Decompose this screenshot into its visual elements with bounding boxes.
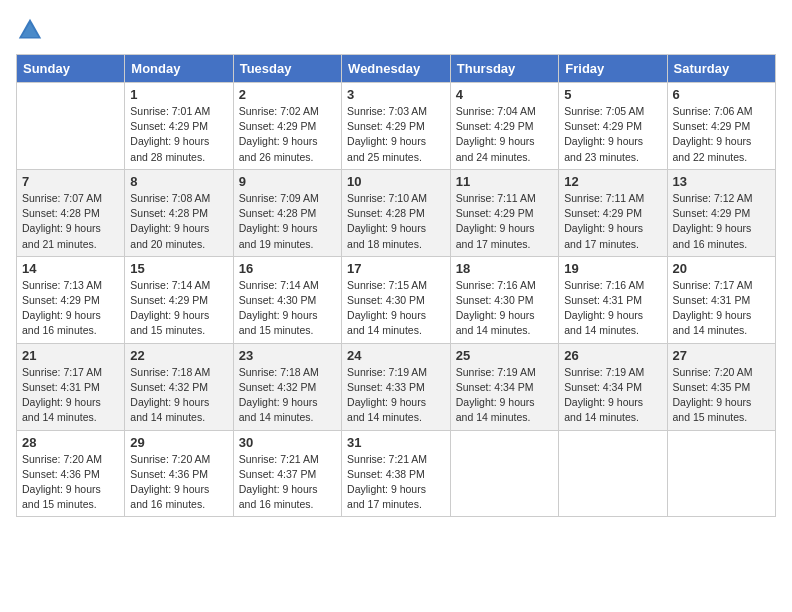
day-info: Sunrise: 7:11 AMSunset: 4:29 PMDaylight:… (456, 191, 553, 252)
calendar-day-cell (450, 430, 558, 517)
calendar-day-cell: 28Sunrise: 7:20 AMSunset: 4:36 PMDayligh… (17, 430, 125, 517)
day-info: Sunrise: 7:12 AMSunset: 4:29 PMDaylight:… (673, 191, 771, 252)
calendar-day-cell: 12Sunrise: 7:11 AMSunset: 4:29 PMDayligh… (559, 169, 667, 256)
calendar-day-cell: 15Sunrise: 7:14 AMSunset: 4:29 PMDayligh… (125, 256, 233, 343)
calendar-day-cell: 31Sunrise: 7:21 AMSunset: 4:38 PMDayligh… (342, 430, 451, 517)
day-number: 16 (239, 261, 336, 276)
day-number: 14 (22, 261, 119, 276)
day-number: 20 (673, 261, 771, 276)
calendar-weekday-header: Friday (559, 55, 667, 83)
calendar-table: SundayMondayTuesdayWednesdayThursdayFrid… (16, 54, 776, 517)
calendar-weekday-header: Thursday (450, 55, 558, 83)
calendar-week-row: 28Sunrise: 7:20 AMSunset: 4:36 PMDayligh… (17, 430, 776, 517)
day-number: 10 (347, 174, 445, 189)
calendar-day-cell: 1Sunrise: 7:01 AMSunset: 4:29 PMDaylight… (125, 83, 233, 170)
calendar-week-row: 1Sunrise: 7:01 AMSunset: 4:29 PMDaylight… (17, 83, 776, 170)
calendar-day-cell: 11Sunrise: 7:11 AMSunset: 4:29 PMDayligh… (450, 169, 558, 256)
calendar-day-cell: 29Sunrise: 7:20 AMSunset: 4:36 PMDayligh… (125, 430, 233, 517)
day-info: Sunrise: 7:14 AMSunset: 4:29 PMDaylight:… (130, 278, 227, 339)
calendar-day-cell: 14Sunrise: 7:13 AMSunset: 4:29 PMDayligh… (17, 256, 125, 343)
day-number: 26 (564, 348, 661, 363)
calendar-day-cell (667, 430, 776, 517)
page-header (16, 16, 776, 44)
calendar-day-cell: 7Sunrise: 7:07 AMSunset: 4:28 PMDaylight… (17, 169, 125, 256)
day-info: Sunrise: 7:14 AMSunset: 4:30 PMDaylight:… (239, 278, 336, 339)
day-number: 9 (239, 174, 336, 189)
calendar-weekday-header: Saturday (667, 55, 776, 83)
day-number: 31 (347, 435, 445, 450)
day-info: Sunrise: 7:18 AMSunset: 4:32 PMDaylight:… (130, 365, 227, 426)
day-info: Sunrise: 7:20 AMSunset: 4:35 PMDaylight:… (673, 365, 771, 426)
day-number: 1 (130, 87, 227, 102)
calendar-week-row: 21Sunrise: 7:17 AMSunset: 4:31 PMDayligh… (17, 343, 776, 430)
day-number: 3 (347, 87, 445, 102)
day-info: Sunrise: 7:07 AMSunset: 4:28 PMDaylight:… (22, 191, 119, 252)
calendar-day-cell: 22Sunrise: 7:18 AMSunset: 4:32 PMDayligh… (125, 343, 233, 430)
calendar-day-cell: 8Sunrise: 7:08 AMSunset: 4:28 PMDaylight… (125, 169, 233, 256)
day-info: Sunrise: 7:19 AMSunset: 4:34 PMDaylight:… (456, 365, 553, 426)
day-info: Sunrise: 7:08 AMSunset: 4:28 PMDaylight:… (130, 191, 227, 252)
day-number: 13 (673, 174, 771, 189)
day-info: Sunrise: 7:02 AMSunset: 4:29 PMDaylight:… (239, 104, 336, 165)
day-number: 5 (564, 87, 661, 102)
calendar-day-cell: 19Sunrise: 7:16 AMSunset: 4:31 PMDayligh… (559, 256, 667, 343)
day-info: Sunrise: 7:19 AMSunset: 4:34 PMDaylight:… (564, 365, 661, 426)
calendar-day-cell (17, 83, 125, 170)
day-info: Sunrise: 7:04 AMSunset: 4:29 PMDaylight:… (456, 104, 553, 165)
day-info: Sunrise: 7:21 AMSunset: 4:37 PMDaylight:… (239, 452, 336, 513)
calendar-day-cell: 30Sunrise: 7:21 AMSunset: 4:37 PMDayligh… (233, 430, 341, 517)
day-number: 11 (456, 174, 553, 189)
day-info: Sunrise: 7:21 AMSunset: 4:38 PMDaylight:… (347, 452, 445, 513)
day-number: 18 (456, 261, 553, 276)
day-number: 28 (22, 435, 119, 450)
calendar-day-cell: 5Sunrise: 7:05 AMSunset: 4:29 PMDaylight… (559, 83, 667, 170)
calendar-day-cell: 16Sunrise: 7:14 AMSunset: 4:30 PMDayligh… (233, 256, 341, 343)
day-info: Sunrise: 7:18 AMSunset: 4:32 PMDaylight:… (239, 365, 336, 426)
day-info: Sunrise: 7:16 AMSunset: 4:31 PMDaylight:… (564, 278, 661, 339)
day-info: Sunrise: 7:13 AMSunset: 4:29 PMDaylight:… (22, 278, 119, 339)
calendar-day-cell: 2Sunrise: 7:02 AMSunset: 4:29 PMDaylight… (233, 83, 341, 170)
calendar-day-cell: 4Sunrise: 7:04 AMSunset: 4:29 PMDaylight… (450, 83, 558, 170)
day-info: Sunrise: 7:01 AMSunset: 4:29 PMDaylight:… (130, 104, 227, 165)
day-info: Sunrise: 7:11 AMSunset: 4:29 PMDaylight:… (564, 191, 661, 252)
calendar-day-cell: 10Sunrise: 7:10 AMSunset: 4:28 PMDayligh… (342, 169, 451, 256)
calendar-day-cell: 13Sunrise: 7:12 AMSunset: 4:29 PMDayligh… (667, 169, 776, 256)
day-number: 6 (673, 87, 771, 102)
day-number: 29 (130, 435, 227, 450)
calendar-weekday-header: Sunday (17, 55, 125, 83)
logo (16, 16, 48, 44)
calendar-weekday-header: Monday (125, 55, 233, 83)
calendar-week-row: 14Sunrise: 7:13 AMSunset: 4:29 PMDayligh… (17, 256, 776, 343)
day-number: 25 (456, 348, 553, 363)
day-info: Sunrise: 7:15 AMSunset: 4:30 PMDaylight:… (347, 278, 445, 339)
day-number: 8 (130, 174, 227, 189)
calendar-day-cell: 24Sunrise: 7:19 AMSunset: 4:33 PMDayligh… (342, 343, 451, 430)
day-info: Sunrise: 7:20 AMSunset: 4:36 PMDaylight:… (130, 452, 227, 513)
day-info: Sunrise: 7:05 AMSunset: 4:29 PMDaylight:… (564, 104, 661, 165)
calendar-day-cell: 3Sunrise: 7:03 AMSunset: 4:29 PMDaylight… (342, 83, 451, 170)
day-number: 30 (239, 435, 336, 450)
day-info: Sunrise: 7:17 AMSunset: 4:31 PMDaylight:… (673, 278, 771, 339)
calendar-day-cell: 21Sunrise: 7:17 AMSunset: 4:31 PMDayligh… (17, 343, 125, 430)
day-number: 27 (673, 348, 771, 363)
day-number: 2 (239, 87, 336, 102)
day-number: 4 (456, 87, 553, 102)
calendar-day-cell (559, 430, 667, 517)
logo-icon (16, 16, 44, 44)
day-info: Sunrise: 7:10 AMSunset: 4:28 PMDaylight:… (347, 191, 445, 252)
calendar-weekday-header: Wednesday (342, 55, 451, 83)
day-number: 22 (130, 348, 227, 363)
calendar-week-row: 7Sunrise: 7:07 AMSunset: 4:28 PMDaylight… (17, 169, 776, 256)
calendar-header-row: SundayMondayTuesdayWednesdayThursdayFrid… (17, 55, 776, 83)
calendar-day-cell: 18Sunrise: 7:16 AMSunset: 4:30 PMDayligh… (450, 256, 558, 343)
day-number: 12 (564, 174, 661, 189)
day-info: Sunrise: 7:16 AMSunset: 4:30 PMDaylight:… (456, 278, 553, 339)
day-info: Sunrise: 7:03 AMSunset: 4:29 PMDaylight:… (347, 104, 445, 165)
calendar-day-cell: 23Sunrise: 7:18 AMSunset: 4:32 PMDayligh… (233, 343, 341, 430)
calendar-day-cell: 17Sunrise: 7:15 AMSunset: 4:30 PMDayligh… (342, 256, 451, 343)
calendar-body: 1Sunrise: 7:01 AMSunset: 4:29 PMDaylight… (17, 83, 776, 517)
day-number: 24 (347, 348, 445, 363)
calendar-weekday-header: Tuesday (233, 55, 341, 83)
calendar-day-cell: 9Sunrise: 7:09 AMSunset: 4:28 PMDaylight… (233, 169, 341, 256)
calendar-day-cell: 6Sunrise: 7:06 AMSunset: 4:29 PMDaylight… (667, 83, 776, 170)
